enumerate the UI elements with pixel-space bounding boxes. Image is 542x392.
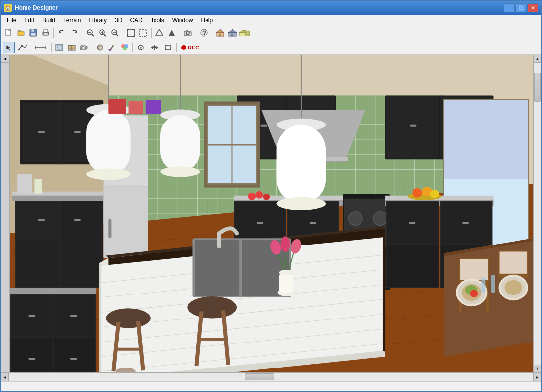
arrow-up-button[interactable] (166, 27, 178, 39)
zoom-realsize-button[interactable] (84, 27, 96, 39)
new-button[interactable] (3, 27, 15, 39)
menu-build[interactable]: Build (38, 16, 59, 24)
svg-rect-39 (246, 31, 250, 36)
svg-point-55 (97, 45, 103, 50)
kitchen-render (10, 55, 533, 372)
house1-button[interactable] (214, 27, 226, 39)
scroll-left-button[interactable]: ◄ (1, 373, 9, 381)
svg-rect-257 (481, 278, 485, 293)
svg-rect-2 (18, 30, 21, 32)
menu-library[interactable]: Library (85, 16, 111, 24)
svg-point-192 (263, 194, 270, 200)
scroll-thumb-h[interactable] (245, 373, 274, 380)
bottom-scrollbar: ◄ ► (1, 372, 541, 381)
svg-rect-265 (70, 315, 77, 317)
maximize-button[interactable]: □ (516, 3, 526, 12)
separator-t4 (176, 43, 177, 52)
svg-rect-22 (140, 29, 147, 36)
house3-button[interactable] (239, 27, 251, 39)
svg-rect-136 (108, 219, 111, 238)
menu-tools[interactable]: Tools (147, 16, 168, 24)
svg-line-246 (486, 283, 488, 312)
svg-rect-71 (170, 49, 171, 50)
transform-tool[interactable] (162, 42, 174, 53)
menu-file[interactable]: File (3, 16, 20, 24)
record-button[interactable]: REC (179, 42, 202, 53)
svg-rect-4 (31, 29, 34, 32)
camera-view-tool[interactable] (78, 42, 90, 53)
polyline-tool[interactable] (15, 42, 31, 53)
minimize-button[interactable]: ─ (504, 3, 515, 12)
svg-point-41 (18, 49, 20, 50)
svg-line-15 (104, 34, 106, 36)
print-button[interactable] (40, 27, 52, 39)
svg-rect-196 (86, 110, 131, 174)
zoom-out-button[interactable] (109, 27, 121, 39)
camera-button[interactable] (182, 27, 194, 39)
select-all-button[interactable] (137, 27, 149, 39)
left-panel-arrow[interactable]: ◄ (1, 55, 9, 63)
view-toggle[interactable] (154, 27, 165, 39)
separator-6 (196, 28, 196, 38)
separator-1 (53, 28, 54, 38)
svg-text:?: ? (203, 30, 206, 36)
open-button[interactable] (15, 27, 27, 39)
svg-point-63 (140, 47, 142, 49)
scroll-thumb-v[interactable] (534, 73, 541, 102)
menu-help[interactable]: Help (197, 16, 217, 24)
save-button[interactable] (27, 27, 39, 39)
svg-point-173 (373, 212, 387, 225)
zoom-in-button[interactable] (97, 27, 108, 39)
svg-rect-204 (277, 125, 326, 204)
fit-button[interactable] (125, 27, 137, 39)
svg-rect-267 (70, 358, 77, 360)
left-panel: ◄ (1, 55, 10, 372)
main-area: ◄ (1, 55, 541, 372)
separator-t3 (132, 43, 133, 52)
select-tool[interactable] (3, 42, 15, 53)
svg-line-12 (92, 34, 94, 36)
svg-point-197 (86, 168, 131, 180)
svg-rect-126 (38, 219, 45, 220)
dimension-tool[interactable] (31, 42, 49, 53)
move-tool[interactable] (147, 42, 162, 53)
menu-cad[interactable]: CAD (126, 16, 146, 24)
close-button[interactable]: ✕ (527, 3, 538, 12)
svg-point-191 (255, 191, 263, 199)
svg-rect-261 (11, 338, 53, 372)
canvas-area[interactable] (10, 55, 533, 372)
fill-tool[interactable] (53, 42, 65, 53)
paint-tool[interactable] (106, 42, 118, 53)
svg-marker-9 (59, 31, 61, 33)
svg-rect-130 (17, 174, 32, 194)
spray-tool[interactable] (135, 42, 147, 53)
svg-rect-140 (260, 125, 267, 127)
material-tool[interactable] (94, 42, 106, 53)
help-button[interactable]: ? (198, 27, 210, 39)
svg-rect-248 (500, 252, 527, 274)
svg-rect-168 (310, 222, 316, 224)
svg-rect-200 (160, 115, 200, 172)
menu-window[interactable]: Window (168, 16, 197, 24)
scroll-up-button[interactable]: ▲ (534, 55, 542, 63)
scroll-right-button[interactable]: ► (533, 373, 541, 381)
main-window: 🏠 Home Designer ─ □ ✕ File Edit Build Te… (0, 0, 542, 392)
svg-rect-70 (165, 49, 167, 50)
redo-button[interactable] (68, 27, 80, 39)
menu-3d[interactable]: 3D (111, 16, 126, 24)
color-tool[interactable] (119, 42, 130, 53)
toolbar-2: REC (1, 40, 541, 55)
scroll-down-button[interactable]: ▼ (534, 365, 542, 372)
svg-rect-219 (195, 240, 239, 296)
cabinet-tool[interactable] (66, 42, 77, 53)
svg-rect-143 (386, 96, 439, 158)
menu-terrain[interactable]: Terrain (59, 16, 85, 24)
svg-rect-266 (28, 358, 35, 360)
menu-edit[interactable]: Edit (20, 16, 38, 24)
undo-button[interactable] (56, 27, 68, 39)
svg-point-236 (187, 296, 237, 318)
svg-marker-24 (169, 30, 175, 36)
house2-button[interactable] (227, 27, 238, 39)
svg-marker-31 (216, 29, 224, 33)
svg-point-42 (21, 45, 23, 47)
